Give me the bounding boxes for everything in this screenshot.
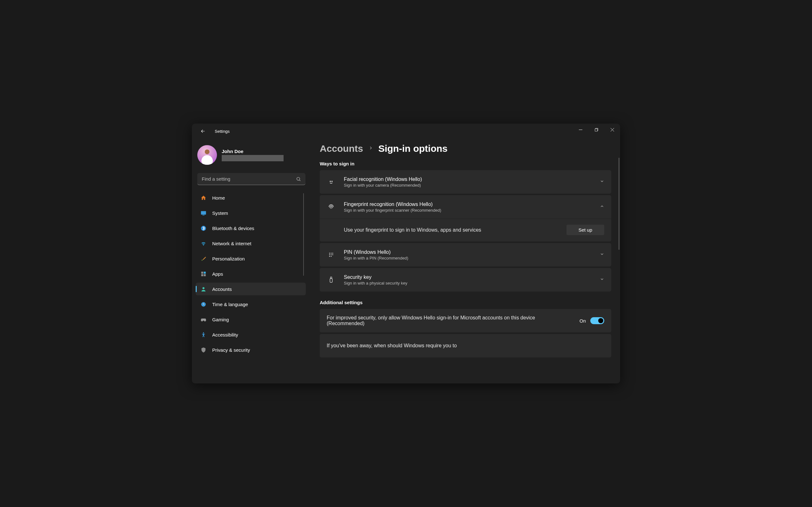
card-row-security-key[interactable]: Security key Sign in with a physical sec…: [320, 268, 611, 291]
pin-keypad-icon: [327, 250, 336, 259]
svg-point-19: [333, 255, 334, 256]
sidebar-item-apps[interactable]: Apps: [196, 268, 306, 280]
profile-info: John Doe: [222, 149, 307, 161]
svg-point-1: [297, 177, 300, 180]
setup-button[interactable]: Set up: [566, 225, 604, 235]
minimize-icon: [579, 128, 582, 131]
profile-block[interactable]: John Doe: [196, 145, 307, 165]
hello-only-text: For improved security, only allow Window…: [327, 315, 579, 326]
svg-point-17: [329, 255, 330, 256]
svg-rect-2: [201, 211, 206, 215]
settings-window: Settings John Doe: [192, 124, 620, 383]
fingerprint-detail-text: Use your fingerprint to sign in to Windo…: [344, 227, 566, 233]
sidebar-item-system[interactable]: System: [196, 207, 306, 219]
sidebar-item-accessibility[interactable]: Accessibility: [196, 328, 306, 341]
gamepad-icon: [200, 316, 206, 323]
sidebar-item-label: System: [212, 210, 228, 216]
sidebar-item-label: Bluetooth & devices: [212, 226, 254, 231]
card-row-face[interactable]: Facial recognition (Windows Hello) Sign …: [320, 170, 611, 193]
main-content: Accounts Sign-in options Ways to sign in…: [311, 139, 620, 383]
svg-point-12: [330, 181, 331, 181]
svg-rect-8: [204, 274, 206, 276]
card-security-key: Security key Sign in with a physical sec…: [320, 268, 611, 291]
away-row: If you've been away, when should Windows…: [320, 334, 611, 357]
sidebar: John Doe Home: [192, 139, 311, 383]
profile-name: John Doe: [222, 149, 307, 154]
breadcrumb-current: Sign-in options: [378, 143, 448, 154]
card-row-pin[interactable]: PIN (Windows Hello) Sign in with a PIN (…: [320, 243, 611, 267]
chevron-down-icon: [600, 252, 604, 258]
card-facial-recognition: Facial recognition (Windows Hello) Sign …: [320, 170, 611, 193]
sidebar-item-label: Privacy & security: [212, 347, 250, 353]
minimize-button[interactable]: [572, 124, 589, 135]
app-title: Settings: [215, 129, 230, 134]
card-subtitle: Sign in with your fingerprint scanner (R…: [344, 208, 600, 213]
card-text: PIN (Windows Hello) Sign in with a PIN (…: [344, 249, 600, 261]
svg-point-9: [202, 287, 204, 289]
hello-only-toggle[interactable]: [590, 317, 604, 324]
card-subtitle: Sign in with your camera (Recommended): [344, 183, 600, 187]
sidebar-item-time[interactable]: Time & language: [196, 298, 306, 311]
brush-icon: [200, 256, 206, 262]
search-icon: [296, 176, 301, 181]
chevron-down-icon: [600, 277, 604, 283]
wifi-icon: [200, 240, 206, 246]
face-icon: [327, 177, 336, 186]
maximize-button[interactable]: [589, 124, 604, 135]
section-title-additional: Additional settings: [320, 300, 611, 305]
card-pin: PIN (Windows Hello) Sign in with a PIN (…: [320, 243, 611, 267]
back-button[interactable]: [198, 126, 208, 136]
body: John Doe Home: [192, 139, 620, 383]
search-box[interactable]: [197, 173, 305, 185]
section-title-ways: Ways to sign in: [320, 161, 611, 166]
person-icon: [200, 286, 206, 292]
home-icon: [200, 194, 206, 201]
svg-rect-6: [204, 272, 206, 274]
close-button[interactable]: [604, 124, 620, 135]
breadcrumb-parent[interactable]: Accounts: [320, 143, 363, 154]
clock-icon: [200, 301, 206, 307]
maximize-icon: [595, 128, 598, 131]
card-title: Fingerprint recognition (Windows Hello): [344, 202, 600, 207]
breadcrumb: Accounts Sign-in options: [320, 143, 611, 154]
titlebar: Settings: [192, 124, 620, 139]
additional-settings: Additional settings For improved securit…: [320, 300, 611, 357]
sidebar-item-accounts[interactable]: Accounts: [196, 283, 306, 295]
fingerprint-icon: [327, 203, 336, 211]
sidebar-item-label: Time & language: [212, 302, 248, 307]
chevron-down-icon: [600, 179, 604, 185]
search-wrap: [196, 173, 307, 185]
sidebar-item-gaming[interactable]: Gaming: [196, 313, 306, 326]
fingerprint-detail-row: Use your fingerprint to sign in to Windo…: [320, 219, 611, 241]
sidebar-item-home[interactable]: Home: [196, 191, 306, 204]
search-input[interactable]: [202, 176, 296, 181]
sidebar-item-privacy[interactable]: Privacy & security: [196, 343, 306, 356]
profile-email-redacted: [222, 155, 284, 161]
svg-point-18: [331, 255, 332, 256]
main-scrollbar[interactable]: [618, 158, 619, 250]
svg-point-11: [203, 332, 204, 333]
accessibility-icon: [200, 331, 206, 338]
sidebar-item-label: Accounts: [212, 286, 232, 292]
sidebar-item-bluetooth[interactable]: Bluetooth & devices: [196, 222, 306, 234]
svg-point-13: [332, 181, 333, 181]
svg-rect-0: [595, 129, 597, 131]
sidebar-item-label: Apps: [212, 271, 223, 277]
svg-point-20: [329, 256, 330, 257]
card-title: PIN (Windows Hello): [344, 249, 600, 255]
sidebar-item-network[interactable]: Network & internet: [196, 237, 306, 250]
svg-rect-3: [202, 215, 204, 216]
sidebar-item-label: Gaming: [212, 317, 229, 322]
card-title: Security key: [344, 274, 600, 280]
card-row-fingerprint[interactable]: Fingerprint recognition (Windows Hello) …: [320, 195, 611, 219]
sidebar-item-personalization[interactable]: Personalization: [196, 252, 306, 265]
avatar: [197, 145, 217, 165]
sidebar-item-label: Accessibility: [212, 332, 238, 337]
card-fingerprint: Fingerprint recognition (Windows Hello) …: [320, 195, 611, 241]
hello-only-row: For improved security, only allow Window…: [320, 309, 611, 332]
card-subtitle: Sign in with a PIN (Recommended): [344, 256, 600, 261]
chevron-right-icon: [368, 146, 373, 152]
svg-rect-23: [331, 277, 332, 279]
sidebar-item-label: Home: [212, 195, 225, 201]
sidebar-item-label: Personalization: [212, 256, 245, 262]
